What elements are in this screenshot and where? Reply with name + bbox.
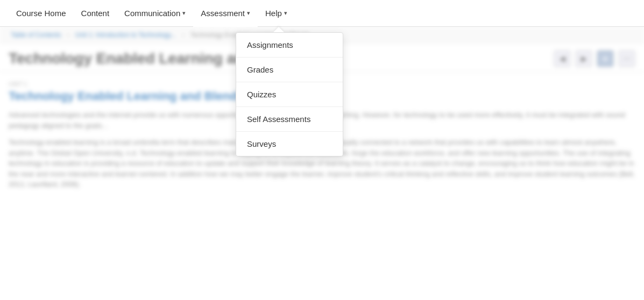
dropdown-item-assignments[interactable]: Assignments bbox=[236, 33, 343, 58]
nav-communication[interactable]: Communication ▾ bbox=[117, 0, 193, 27]
nav-course-home-label: Course Home bbox=[16, 9, 66, 18]
navigation-bar: Course Home Content Communication ▾ Asse… bbox=[0, 0, 644, 27]
dropdown-item-self-assessments[interactable]: Self Assessments bbox=[236, 107, 343, 132]
dropdown-item-quizzes[interactable]: Quizzes bbox=[236, 82, 343, 107]
nav-help[interactable]: Help ▾ bbox=[258, 0, 295, 27]
nav-help-label: Help bbox=[265, 9, 282, 18]
nav-content[interactable]: Content bbox=[74, 0, 117, 27]
communication-chevron-icon: ▾ bbox=[182, 10, 186, 17]
nav-assessment-label: Assessment bbox=[201, 9, 245, 18]
dropdown-caret bbox=[273, 27, 284, 32]
nav-communication-label: Communication bbox=[124, 9, 180, 18]
dropdown-item-grades[interactable]: Grades bbox=[236, 58, 343, 82]
nav-assessment[interactable]: Assessment ▾ bbox=[193, 0, 258, 27]
assessment-chevron-icon: ▾ bbox=[247, 10, 250, 17]
assessment-dropdown: Assignments Grades Quizzes Self Assessme… bbox=[236, 27, 343, 156]
nav-course-home[interactable]: Course Home bbox=[9, 0, 74, 27]
dropdown-menu: Assignments Grades Quizzes Self Assessme… bbox=[236, 32, 343, 156]
help-chevron-icon: ▾ bbox=[284, 10, 287, 17]
dropdown-item-surveys[interactable]: Surveys bbox=[236, 132, 343, 156]
nav-content-label: Content bbox=[81, 9, 110, 18]
